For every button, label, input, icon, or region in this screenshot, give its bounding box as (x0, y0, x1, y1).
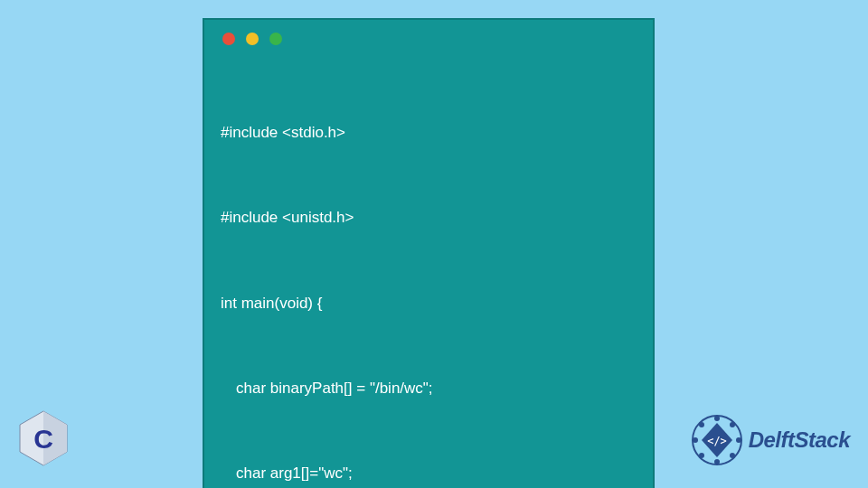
code-line: char arg1[]="wc"; (221, 459, 637, 487)
close-icon (222, 33, 235, 45)
delftstack-badge-icon: </> (691, 414, 743, 466)
c-language-logo: C (18, 410, 69, 466)
c-logo-letter: C (33, 424, 53, 454)
minimize-icon (246, 33, 259, 45)
svg-point-6 (730, 453, 735, 458)
code-line: #include <stdio.h> (221, 118, 637, 146)
svg-point-8 (699, 453, 704, 458)
svg-point-7 (714, 459, 720, 465)
code-line: #include <unistd.h> (221, 203, 637, 231)
code-line: char binaryPath[] = "/bin/wc"; (221, 374, 637, 402)
maximize-icon (269, 33, 282, 45)
delftstack-logo: </> DelftStack (691, 414, 850, 466)
svg-point-3 (714, 416, 720, 421)
svg-point-10 (699, 422, 704, 427)
code-block: #include <stdio.h> #include <unistd.h> i… (221, 61, 637, 488)
svg-point-4 (730, 422, 735, 427)
delftstack-text: DelftStack (749, 427, 850, 453)
code-line: int main(void) { (221, 289, 637, 317)
svg-point-9 (693, 437, 698, 443)
svg-text:</>: </> (707, 435, 727, 447)
window-controls (221, 33, 637, 45)
code-window: #include <stdio.h> #include <unistd.h> i… (203, 18, 655, 488)
svg-point-5 (736, 437, 741, 443)
